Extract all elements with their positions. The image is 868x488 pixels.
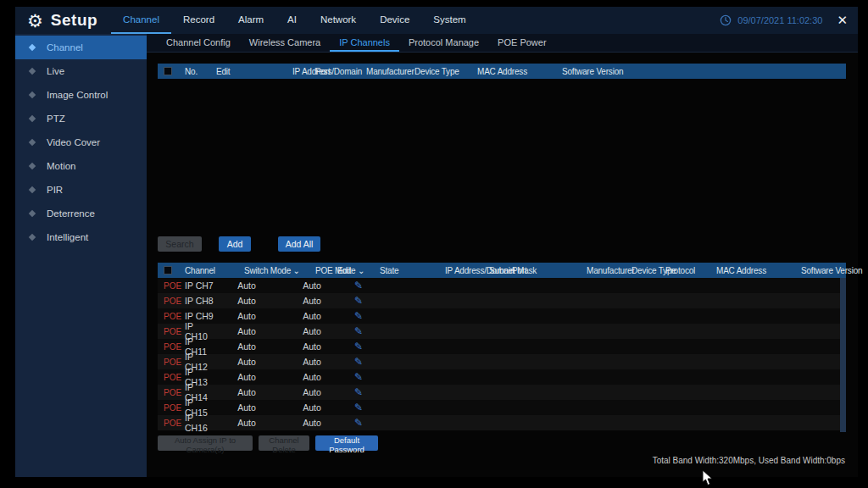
switch-mode-value[interactable]: Auto bbox=[217, 311, 276, 321]
poe-badge: POE bbox=[164, 388, 185, 397]
poe-mode-value[interactable]: Auto bbox=[276, 280, 348, 291]
top-menu-item[interactable]: Network bbox=[309, 7, 368, 34]
tab[interactable]: IP Channels bbox=[330, 34, 399, 52]
sidebar-item[interactable]: Deterrence bbox=[15, 202, 147, 225]
switch-mode-value[interactable]: Auto bbox=[217, 296, 276, 306]
top-menu-item[interactable]: Record bbox=[171, 7, 226, 34]
close-icon[interactable]: ✕ bbox=[837, 13, 848, 28]
switch-mode-value[interactable]: Auto bbox=[217, 372, 276, 382]
column-header: Subnet Mask bbox=[489, 266, 512, 275]
channel-row[interactable]: POE IP CH15 Auto Auto ✎ bbox=[158, 400, 846, 415]
tab[interactable]: POE Power bbox=[488, 34, 555, 52]
top-menu-item[interactable]: System bbox=[421, 7, 477, 34]
channel-row[interactable]: POE IP CH7 Auto Auto ✎ bbox=[158, 278, 846, 293]
edit-icon[interactable]: ✎ bbox=[348, 341, 370, 352]
sidebar: Channel Live Image Control PTZ Video Cov… bbox=[15, 34, 147, 477]
sidebar-item-label: Deterrence bbox=[47, 208, 95, 219]
scrollbar-thumb[interactable] bbox=[840, 278, 846, 432]
column-header: Channel bbox=[185, 266, 244, 275]
poe-badge: POE bbox=[164, 312, 185, 321]
bandwidth-status: Total Band Width:320Mbps, Used Band Widt… bbox=[653, 456, 845, 465]
column-header: Switch Mode ⌄ bbox=[244, 266, 315, 275]
channel-name: IP CH16 bbox=[185, 413, 217, 433]
sidebar-item[interactable]: Video Cover bbox=[15, 130, 147, 154]
edit-icon[interactable]: ✎ bbox=[348, 386, 370, 398]
poe-mode-value[interactable]: Auto bbox=[276, 402, 348, 413]
top-menu-item[interactable]: Channel bbox=[111, 7, 171, 34]
top-menu: ChannelRecordAlarmAINetworkDeviceSystem bbox=[111, 7, 478, 34]
channel-name: IP CH8 bbox=[185, 296, 217, 306]
sidebar-item[interactable]: PIR bbox=[15, 178, 147, 202]
channel-delete-button[interactable]: Channel Delete bbox=[259, 435, 309, 451]
add-all-button[interactable]: Add All bbox=[278, 236, 320, 252]
switch-mode-value[interactable]: Auto bbox=[217, 387, 276, 397]
switch-mode-value[interactable]: Auto bbox=[217, 418, 276, 428]
sidebar-item-icon bbox=[29, 234, 36, 241]
edit-icon[interactable]: ✎ bbox=[348, 356, 370, 368]
edit-icon[interactable]: ✎ bbox=[348, 402, 370, 413]
sidebar-item[interactable]: Motion bbox=[15, 154, 147, 178]
top-menu-item[interactable]: Device bbox=[368, 7, 421, 34]
sidebar-item[interactable]: Intelligent bbox=[15, 225, 147, 249]
switch-mode-value[interactable]: Auto bbox=[217, 326, 276, 336]
add-button[interactable]: Add bbox=[219, 236, 251, 252]
switch-mode-value[interactable]: Auto bbox=[217, 280, 276, 291]
sidebar-item[interactable]: Live bbox=[15, 59, 147, 83]
channel-row[interactable]: POE IP CH12 Auto Auto ✎ bbox=[158, 354, 846, 369]
edit-icon[interactable]: ✎ bbox=[348, 310, 370, 322]
topbar-right: 09/07/2021 11:02:30 ✕ bbox=[720, 13, 848, 28]
poe-mode-value[interactable]: Auto bbox=[276, 341, 348, 352]
select-all-checkbox[interactable] bbox=[164, 67, 172, 75]
poe-badge: POE bbox=[164, 419, 185, 428]
edit-icon[interactable]: ✎ bbox=[348, 371, 370, 383]
poe-mode-value[interactable]: Auto bbox=[276, 387, 348, 397]
column-header: Port bbox=[315, 67, 366, 76]
poe-mode-value[interactable]: Auto bbox=[276, 418, 348, 428]
poe-mode-value[interactable]: Auto bbox=[276, 357, 348, 367]
switch-mode-value[interactable]: Auto bbox=[217, 341, 276, 352]
column-header: Manufacturer bbox=[366, 67, 415, 76]
sidebar-item-label: Image Control bbox=[47, 90, 108, 100]
channel-table-columns: ChannelSwitch Mode ⌄POE Mode ⌄EditStateI… bbox=[185, 266, 862, 275]
edit-icon[interactable]: ✎ bbox=[348, 417, 370, 429]
tab[interactable]: Channel Config bbox=[157, 34, 240, 52]
channel-row[interactable]: POE IP CH9 Auto Auto ✎ bbox=[158, 308, 846, 324]
poe-badge: POE bbox=[164, 342, 185, 352]
column-header: Port bbox=[512, 266, 587, 275]
tab[interactable]: Protocol Manage bbox=[399, 34, 488, 52]
column-header: IP Address/Domain bbox=[292, 67, 315, 76]
search-button[interactable]: Search bbox=[158, 236, 202, 252]
tab[interactable]: Wireless Camera bbox=[240, 34, 330, 52]
timestamp: 09/07/2021 11:02:30 bbox=[737, 15, 822, 25]
auto-assign-ip-button[interactable]: Auto Assign IP to Camera(s) bbox=[158, 435, 253, 451]
channel-row[interactable]: POE IP CH8 Auto Auto ✎ bbox=[158, 293, 846, 308]
poe-mode-value[interactable]: Auto bbox=[276, 311, 348, 321]
column-header: POE Mode ⌄ bbox=[315, 266, 337, 275]
channel-row[interactable]: POE IP CH11 Auto Auto ✎ bbox=[158, 339, 846, 354]
channel-row[interactable]: POE IP CH13 Auto Auto ✎ bbox=[158, 369, 846, 385]
edit-icon[interactable]: ✎ bbox=[348, 325, 370, 337]
poe-mode-value[interactable]: Auto bbox=[276, 296, 348, 306]
switch-mode-value[interactable]: Auto bbox=[217, 402, 276, 413]
poe-mode-value[interactable]: Auto bbox=[276, 372, 348, 382]
poe-mode-value[interactable]: Auto bbox=[276, 326, 348, 336]
sidebar-item[interactable]: Image Control bbox=[15, 83, 147, 107]
screen: ⚙ Setup ChannelRecordAlarmAINetworkDevic… bbox=[0, 0, 868, 488]
select-all-channels-checkbox[interactable] bbox=[164, 266, 172, 274]
sidebar-item-icon bbox=[29, 115, 36, 122]
channel-row[interactable]: POE IP CH10 Auto Auto ✎ bbox=[158, 324, 846, 339]
switch-mode-value[interactable]: Auto bbox=[217, 357, 276, 367]
channel-row[interactable]: POE IP CH14 Auto Auto ✎ bbox=[158, 385, 846, 400]
sidebar-item-icon bbox=[29, 139, 36, 146]
edit-icon[interactable]: ✎ bbox=[348, 280, 370, 291]
default-password-button[interactable]: Default Password bbox=[315, 435, 378, 451]
search-actions: Search Add Add All bbox=[158, 236, 320, 252]
settings-gear-icon: ⚙ bbox=[27, 12, 43, 30]
edit-icon[interactable]: ✎ bbox=[348, 295, 370, 307]
top-menu-item[interactable]: AI bbox=[275, 7, 309, 34]
sidebar-item[interactable]: Channel bbox=[15, 36, 147, 59]
sidebar-item[interactable]: PTZ bbox=[15, 107, 147, 130]
top-menu-item[interactable]: Alarm bbox=[226, 7, 275, 34]
topbar: ⚙ Setup ChannelRecordAlarmAINetworkDevic… bbox=[15, 7, 858, 34]
channel-row[interactable]: POE IP CH16 Auto Auto ✎ bbox=[158, 415, 846, 430]
